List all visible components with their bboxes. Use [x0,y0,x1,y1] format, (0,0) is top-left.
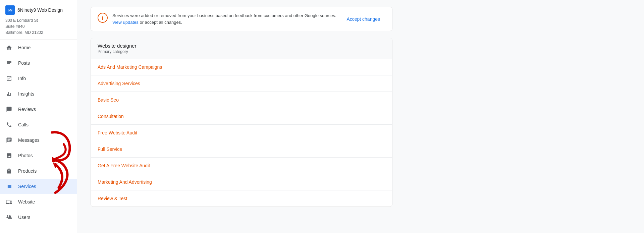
sidebar-item-home[interactable]: Home [0,40,77,55]
sidebar-item-home-label: Home [18,45,31,50]
sidebar-item-reviews[interactable]: Reviews [0,102,77,117]
sidebar-item-photos[interactable]: Photos [0,148,77,163]
services-icon [5,183,13,190]
sidebar-item-insights[interactable]: Insights [0,86,77,102]
sidebar-item-services-label: Services [18,184,36,189]
business-logo: 6N 6Ninety9 Web Design [5,5,71,15]
sidebar-item-posts-label: Posts [18,60,30,66]
sidebar-item-photos-label: Photos [18,153,33,158]
service-item-6[interactable]: Full Service [91,141,392,158]
website-icon [5,198,13,206]
sidebar-item-reviews-label: Reviews [18,107,36,112]
home-icon [5,44,13,51]
service-item-4[interactable]: Consultation [91,108,392,125]
sidebar-item-insights-label: Insights [18,91,34,97]
sidebar-item-website-label: Website [18,199,35,205]
services-container: Website designer Primary category Ads An… [91,38,392,207]
service-item-9[interactable]: Review & Test [91,190,392,207]
sidebar-item-products-label: Products [18,168,37,174]
posts-icon [5,59,13,67]
info-icon [5,75,13,82]
messages-icon [5,136,13,144]
service-item-5[interactable]: Free Website Audit [91,125,392,141]
sidebar-nav: Home Posts Info Insights Reviews [0,40,77,225]
service-item-3[interactable]: Basic Seo [91,92,392,108]
info-circle-icon: i [98,13,108,23]
reviews-icon [5,106,13,113]
business-address: 300 E Lombard St Suite #840 Baltimore, M… [5,17,71,36]
view-updates-link[interactable]: View updates [112,20,139,25]
sidebar-item-users-label: Users [18,215,31,220]
accept-changes-button[interactable]: Accept changes [341,14,385,24]
category-header: Website designer Primary category [91,38,392,59]
calls-icon [5,121,13,128]
notification-content: i Services were added or removed from yo… [98,12,341,25]
sidebar-item-messages-label: Messages [18,137,40,143]
category-subtitle: Primary category [98,49,385,54]
sidebar-header: 6N 6Ninety9 Web Design 300 E Lombard St … [0,0,77,40]
sidebar-item-messages[interactable]: Messages [0,132,77,148]
main-content: i Services were added or removed from yo… [77,0,644,233]
sidebar-item-calls[interactable]: Calls [0,117,77,132]
category-title: Website designer [98,43,385,49]
notification-banner: i Services were added or removed from yo… [91,7,392,31]
sidebar: 6N 6Ninety9 Web Design 300 E Lombard St … [0,0,77,233]
sidebar-item-services[interactable]: Services [0,179,77,194]
service-item-2[interactable]: Advertising Services [91,75,392,92]
service-item-8[interactable]: Marketing And Advertising [91,174,392,190]
sidebar-item-calls-label: Calls [18,122,29,127]
sidebar-item-info[interactable]: Info [0,71,77,86]
sidebar-item-products[interactable]: Products [0,163,77,179]
users-icon [5,214,13,221]
notification-text: Services were added or removed from your… [112,12,341,25]
service-item-7[interactable]: Get A Free Website Audit [91,158,392,174]
products-icon [5,167,13,175]
business-name: 6Ninety9 Web Design [17,7,63,13]
sidebar-item-info-label: Info [18,76,26,81]
sidebar-item-posts[interactable]: Posts [0,55,77,71]
insights-icon [5,90,13,98]
sidebar-item-users[interactable]: Users [0,210,77,225]
photos-icon [5,152,13,159]
service-item-1[interactable]: Ads And Marketing Campaigns [91,59,392,75]
business-logo-icon: 6N [5,5,15,15]
sidebar-item-website[interactable]: Website [0,194,77,210]
